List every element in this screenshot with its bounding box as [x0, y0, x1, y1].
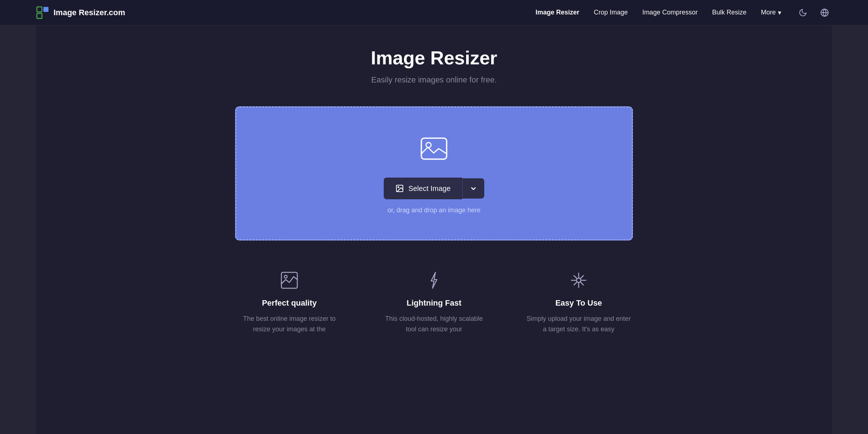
features-section: Perfect quality The best online image re…	[235, 269, 633, 335]
svg-point-8	[398, 187, 399, 188]
nav-crop-image[interactable]: Crop Image	[594, 9, 628, 16]
svg-line-18	[574, 282, 577, 285]
easy-to-use-icon	[568, 269, 590, 291]
chevron-down-icon	[470, 185, 477, 192]
feature-easy-to-use: Easy To Use Simply upload your image and…	[524, 269, 633, 335]
svg-line-15	[574, 276, 577, 278]
page-subtitle: Easily resize images online for free.	[371, 75, 497, 85]
svg-rect-2	[37, 13, 42, 18]
select-image-dropdown-btn[interactable]	[462, 178, 484, 199]
navbar-logo-area: Image Resizer.com	[36, 6, 125, 19]
lightning-fast-icon	[423, 269, 445, 291]
perfect-quality-icon	[278, 269, 300, 291]
page-title: Image Resizer	[371, 47, 497, 69]
select-image-button[interactable]: Select Image	[384, 178, 462, 199]
svg-point-10	[284, 275, 287, 278]
nav-bulk-resize[interactable]: Bulk Resize	[712, 9, 746, 16]
file-image-icon	[395, 184, 404, 193]
svg-rect-9	[281, 272, 297, 288]
svg-rect-1	[43, 7, 48, 12]
svg-point-19	[576, 278, 581, 282]
logo-text: Image Resizer.com	[54, 8, 125, 17]
svg-rect-0	[37, 7, 42, 12]
navbar-right: Image Resizer Crop Image Image Compresso…	[536, 5, 832, 20]
drag-drop-text: or, drag and drop an image here	[387, 207, 480, 214]
upload-icon-container	[418, 133, 450, 167]
navbar: Image Resizer.com Image Resizer Crop Ima…	[0, 0, 868, 25]
upload-zone[interactable]: Select Image or, drag and drop an image …	[235, 106, 633, 241]
svg-point-6	[426, 142, 431, 148]
nav-more[interactable]: More ▾	[761, 9, 781, 17]
chevron-down-icon: ▾	[778, 9, 781, 17]
feature-easy-to-use-desc: Simply upload your image and enter a tar…	[524, 314, 633, 335]
svg-line-17	[580, 276, 583, 278]
svg-rect-5	[421, 138, 447, 159]
left-sidebar	[0, 0, 36, 434]
select-image-btn-container: Select Image	[384, 178, 484, 199]
nav-image-resizer[interactable]: Image Resizer	[536, 9, 579, 16]
image-placeholder-icon	[418, 133, 450, 165]
feature-perfect-quality: Perfect quality The best online image re…	[235, 269, 344, 335]
feature-easy-to-use-title: Easy To Use	[555, 298, 602, 308]
language-selector[interactable]	[817, 5, 832, 20]
nav-icons	[796, 5, 832, 20]
feature-perfect-quality-title: Perfect quality	[262, 298, 317, 308]
main-content: Image Resizer Easily resize images onlin…	[0, 25, 868, 434]
nav-image-compressor[interactable]: Image Compressor	[642, 9, 698, 16]
feature-perfect-quality-desc: The best online image resizer to resize …	[235, 314, 344, 335]
dark-mode-toggle[interactable]	[796, 5, 810, 20]
svg-line-16	[580, 282, 583, 285]
moon-icon	[799, 8, 807, 17]
nav-more-label: More	[761, 9, 776, 16]
feature-lightning-fast-title: Lightning Fast	[407, 298, 461, 308]
logo-icon	[36, 6, 49, 19]
feature-lightning-fast: Lightning Fast This cloud-hosted, highly…	[380, 269, 488, 335]
select-image-label: Select Image	[408, 184, 451, 193]
feature-lightning-fast-desc: This cloud-hosted, highly scalable tool …	[380, 314, 488, 335]
globe-icon	[820, 8, 829, 17]
right-sidebar	[832, 0, 868, 434]
